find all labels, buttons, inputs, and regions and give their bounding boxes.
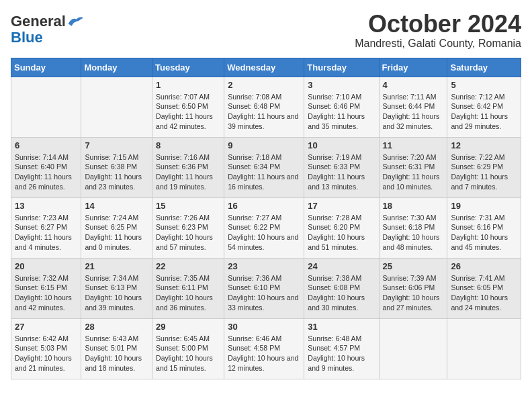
day-detail: Sunrise: 7:34 AMSunset: 6:13 PMDaylight:… [85,273,148,313]
day-number: 24 [308,261,375,271]
calendar-cell: 5Sunrise: 7:12 AMSunset: 6:42 PMDaylight… [447,77,521,137]
calendar-cell: 9Sunrise: 7:18 AMSunset: 6:34 PMDaylight… [224,137,304,197]
day-number: 4 [383,80,444,90]
day-number: 23 [228,261,300,271]
day-detail: Sunrise: 7:41 AMSunset: 6:05 PMDaylight:… [451,273,517,313]
day-number: 11 [383,140,444,150]
day-detail: Sunrise: 6:48 AMSunset: 4:57 PMDaylight:… [308,334,375,373]
day-detail: Sunrise: 7:26 AMSunset: 6:23 PMDaylight:… [156,213,220,253]
logo-blue-text: Blue [11,30,43,46]
calendar-cell: 1Sunrise: 7:07 AMSunset: 6:50 PMDaylight… [152,77,224,137]
day-number: 26 [451,261,517,271]
day-number: 14 [85,201,148,211]
calendar-cell [11,77,81,137]
day-detail: Sunrise: 6:43 AMSunset: 5:01 PMDaylight:… [85,334,148,373]
calendar-cell: 2Sunrise: 7:08 AMSunset: 6:48 PMDaylight… [224,77,304,137]
calendar-week-row: 27Sunrise: 6:42 AMSunset: 5:03 PMDayligh… [11,318,521,379]
logo: General Blue [11,13,83,46]
day-detail: Sunrise: 7:27 AMSunset: 6:22 PMDaylight:… [228,213,300,253]
calendar-cell: 23Sunrise: 7:36 AMSunset: 6:10 PMDayligh… [224,258,304,318]
day-detail: Sunrise: 7:38 AMSunset: 6:08 PMDaylight:… [308,273,375,313]
day-header-sunday: Sunday [11,58,81,77]
day-number: 3 [308,80,375,90]
day-header-tuesday: Tuesday [152,58,224,77]
calendar-cell: 6Sunrise: 7:14 AMSunset: 6:40 PMDaylight… [11,137,81,197]
calendar-cell: 25Sunrise: 7:39 AMSunset: 6:06 PMDayligh… [379,258,447,318]
logo-general-text: General [11,13,66,30]
day-detail: Sunrise: 7:23 AMSunset: 6:27 PMDaylight:… [15,213,77,253]
calendar-cell [379,318,447,379]
calendar-cell: 7Sunrise: 7:15 AMSunset: 6:38 PMDaylight… [81,137,152,197]
calendar-cell: 4Sunrise: 7:11 AMSunset: 6:44 PMDaylight… [379,77,447,137]
day-detail: Sunrise: 7:18 AMSunset: 6:34 PMDaylight:… [228,152,300,192]
day-detail: Sunrise: 7:28 AMSunset: 6:20 PMDaylight:… [308,213,375,253]
calendar-cell: 30Sunrise: 6:46 AMSunset: 4:58 PMDayligh… [224,318,304,379]
day-number: 6 [15,140,77,150]
day-detail: Sunrise: 6:42 AMSunset: 5:03 PMDaylight:… [15,334,77,373]
day-detail: Sunrise: 7:35 AMSunset: 6:11 PMDaylight:… [156,273,220,313]
calendar-cell: 19Sunrise: 7:31 AMSunset: 6:16 PMDayligh… [447,197,521,258]
day-number: 5 [451,80,517,90]
calendar-cell: 17Sunrise: 7:28 AMSunset: 6:20 PMDayligh… [304,197,379,258]
day-number: 27 [15,322,77,332]
day-number: 18 [383,201,444,211]
day-header-wednesday: Wednesday [224,58,304,77]
day-detail: Sunrise: 7:22 AMSunset: 6:29 PMDaylight:… [451,152,517,192]
day-detail: Sunrise: 7:24 AMSunset: 6:25 PMDaylight:… [85,213,148,253]
day-detail: Sunrise: 7:08 AMSunset: 6:48 PMDaylight:… [228,92,300,132]
day-number: 17 [308,201,375,211]
calendar-cell: 27Sunrise: 6:42 AMSunset: 5:03 PMDayligh… [11,318,81,379]
day-number: 2 [228,80,300,90]
day-number: 21 [85,261,148,271]
day-header-friday: Friday [379,58,447,77]
calendar-cell: 26Sunrise: 7:41 AMSunset: 6:05 PMDayligh… [447,258,521,318]
day-number: 13 [15,201,77,211]
logo-bird-icon [67,15,83,28]
day-detail: Sunrise: 7:19 AMSunset: 6:33 PMDaylight:… [308,152,375,192]
day-number: 31 [308,322,375,332]
day-number: 29 [156,322,220,332]
calendar-cell: 12Sunrise: 7:22 AMSunset: 6:29 PMDayligh… [447,137,521,197]
day-number: 1 [156,80,220,90]
calendar-cell: 29Sunrise: 6:45 AMSunset: 5:00 PMDayligh… [152,318,224,379]
calendar-cell: 18Sunrise: 7:30 AMSunset: 6:18 PMDayligh… [379,197,447,258]
day-number: 9 [228,140,300,150]
calendar-cell: 20Sunrise: 7:32 AMSunset: 6:15 PMDayligh… [11,258,81,318]
calendar-cell: 21Sunrise: 7:34 AMSunset: 6:13 PMDayligh… [81,258,152,318]
calendar-week-row: 20Sunrise: 7:32 AMSunset: 6:15 PMDayligh… [11,258,521,318]
calendar-cell: 24Sunrise: 7:38 AMSunset: 6:08 PMDayligh… [304,258,379,318]
day-detail: Sunrise: 7:30 AMSunset: 6:18 PMDaylight:… [383,213,444,253]
day-number: 28 [85,322,148,332]
calendar-cell: 16Sunrise: 7:27 AMSunset: 6:22 PMDayligh… [224,197,304,258]
day-detail: Sunrise: 7:11 AMSunset: 6:44 PMDaylight:… [383,92,444,132]
day-detail: Sunrise: 7:15 AMSunset: 6:38 PMDaylight:… [85,152,148,192]
day-number: 12 [451,140,517,150]
day-number: 16 [228,201,300,211]
day-detail: Sunrise: 7:14 AMSunset: 6:40 PMDaylight:… [15,152,77,192]
title-area: October 2024 Mandresti, Galati County, R… [355,11,521,50]
day-number: 30 [228,322,300,332]
calendar-header-row: SundayMondayTuesdayWednesdayThursdayFrid… [11,58,521,77]
calendar-cell: 11Sunrise: 7:20 AMSunset: 6:31 PMDayligh… [379,137,447,197]
day-number: 7 [85,140,148,150]
day-number: 19 [451,201,517,211]
day-detail: Sunrise: 7:36 AMSunset: 6:10 PMDaylight:… [228,273,300,313]
calendar-cell: 13Sunrise: 7:23 AMSunset: 6:27 PMDayligh… [11,197,81,258]
day-detail: Sunrise: 6:45 AMSunset: 5:00 PMDaylight:… [156,334,220,373]
calendar-cell: 8Sunrise: 7:16 AMSunset: 6:36 PMDaylight… [152,137,224,197]
calendar-cell: 22Sunrise: 7:35 AMSunset: 6:11 PMDayligh… [152,258,224,318]
calendar-cell: 10Sunrise: 7:19 AMSunset: 6:33 PMDayligh… [304,137,379,197]
day-detail: Sunrise: 7:10 AMSunset: 6:46 PMDaylight:… [308,92,375,132]
calendar-table: SundayMondayTuesdayWednesdayThursdayFrid… [11,58,521,379]
day-number: 10 [308,140,375,150]
day-number: 22 [156,261,220,271]
calendar-cell [81,77,152,137]
day-header-monday: Monday [81,58,152,77]
calendar-week-row: 1Sunrise: 7:07 AMSunset: 6:50 PMDaylight… [11,77,521,137]
day-detail: Sunrise: 7:39 AMSunset: 6:06 PMDaylight:… [383,273,444,313]
location-title: Mandresti, Galati County, Romania [355,38,521,50]
calendar-week-row: 13Sunrise: 7:23 AMSunset: 6:27 PMDayligh… [11,197,521,258]
calendar-week-row: 6Sunrise: 7:14 AMSunset: 6:40 PMDaylight… [11,137,521,197]
calendar-cell: 15Sunrise: 7:26 AMSunset: 6:23 PMDayligh… [152,197,224,258]
day-number: 25 [383,261,444,271]
